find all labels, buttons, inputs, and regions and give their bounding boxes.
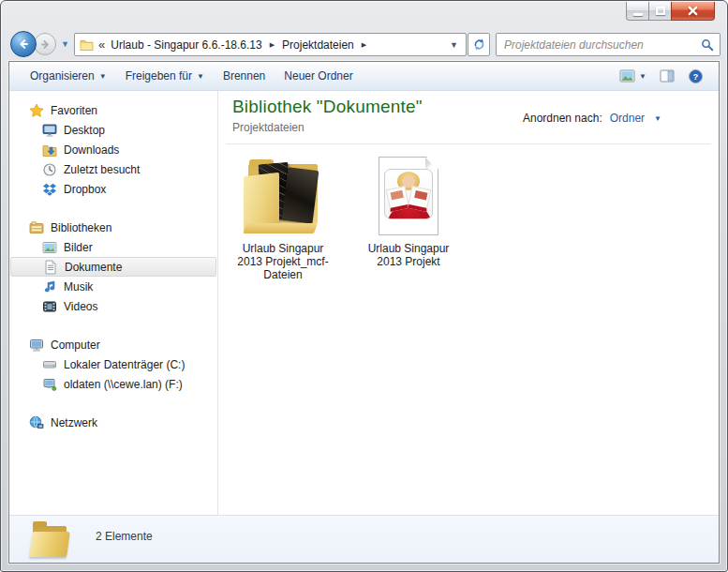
explorer-window: ▼ « Urlaub - Singapur 6.6.-18.6.13 ▶ Pro… [0,0,728,572]
new-folder-button[interactable]: Neuer Ordner [275,65,362,87]
minimize-button[interactable] [626,2,649,21]
details-pane: 2 Elemente [9,515,719,563]
toolbar-right-group: ▼ ? [619,68,709,84]
caption-buttons [627,2,715,21]
forward-button[interactable] [34,33,56,55]
burn-button[interactable]: Brennen [214,65,275,87]
views-icon [619,69,635,83]
maximize-button[interactable] [648,2,672,21]
recent-pages-dropdown[interactable]: ▼ [61,39,69,49]
pictures-icon [42,240,57,255]
desktop-icon [42,123,57,138]
preview-pane-icon [660,69,675,83]
sidebar-section-bibliotheken[interactable]: Bibliotheken [9,218,217,237]
command-bar: Organisieren ▼ Freigeben für ▼ Brennen N… [9,62,719,91]
item-count: 2 Elemente [96,530,153,543]
sidebar-item-desktop[interactable]: Desktop [9,120,217,140]
documents-icon [43,260,58,275]
libraries-icon [29,220,44,235]
network-drive-icon [42,377,57,392]
file-item-folder[interactable]: Urlaub Singapur 2013 Projekt_mcf-Dateien [234,155,332,281]
chevron-down-icon: ▼ [197,72,204,81]
downloads-icon [42,143,57,158]
breadcrumb-overflow-chevron[interactable]: « [98,38,105,52]
file-item-label: Urlaub Singapur 2013 Projekt [360,242,457,268]
forward-arrow-icon [39,38,52,51]
items-view: Bibliothek "Dokumente" Projektdateien An… [218,91,719,515]
search-input[interactable] [497,38,699,52]
organize-button[interactable]: Organisieren ▼ [21,65,116,87]
chevron-down-icon: ▼ [639,72,646,81]
videos-icon [42,299,57,314]
network-icon [29,415,44,430]
arrange-by-label: Anordnen nach: [523,112,602,125]
refresh-button[interactable] [468,33,490,56]
help-button[interactable]: ? [688,68,704,84]
breadcrumb-separator-icon[interactable]: ▶ [264,41,280,49]
computer-icon [29,338,44,353]
file-item-label: Urlaub Singapur 2013 Projekt_mcf-Dateien [234,242,332,281]
back-arrow-icon [17,38,30,51]
help-icon: ? [688,68,704,84]
recent-places-icon [42,162,57,177]
navigation-pane: Favoriten Desktop Downloads [9,91,218,515]
address-row: ▼ « Urlaub - Singapur 6.6.-18.6.13 ▶ Pro… [8,29,720,61]
magnifier-icon[interactable] [699,38,720,52]
sidebar-item-bilder[interactable]: Bilder [9,237,217,257]
change-view-button[interactable]: ▼ [619,69,646,83]
hdd-icon [42,357,57,372]
folder-with-photos-icon [242,155,324,237]
sidebar-item-musik[interactable]: Musik [9,277,217,296]
address-bar[interactable]: « Urlaub - Singapur 6.6.-18.6.13 ▶ Proje… [74,33,467,56]
sidebar-item-dropbox[interactable]: Dropbox [9,179,217,199]
refresh-icon [472,38,486,52]
sidebar-item-zuletzt-besucht[interactable]: Zuletzt besucht [9,159,217,179]
maximize-icon [656,7,665,15]
star-icon [29,103,44,118]
address-dropdown-icon[interactable]: ▼ [450,40,461,50]
sidebar-item-oldaten-network-drive[interactable]: oldaten (\\cewe.lan) (F:) [9,374,217,394]
music-icon [42,279,57,294]
svg-text:?: ? [693,70,699,81]
folder-icon [28,519,71,561]
window-content: Organisieren ▼ Freigeben für ▼ Brennen N… [8,61,720,564]
breadcrumb-separator-icon[interactable]: ▶ [356,41,372,49]
arrange-by-dropdown[interactable]: Ordner [610,112,645,125]
search-box [496,33,721,56]
sidebar-section-netzwerk[interactable]: Netzwerk [9,413,217,432]
sidebar-item-downloads[interactable]: Downloads [9,140,217,159]
sidebar-section-favoriten[interactable]: Favoriten [9,100,217,120]
sidebar-section-computer[interactable]: Computer [9,335,217,354]
sidebar-item-videos[interactable]: Videos [9,296,217,316]
dropbox-icon [42,182,57,197]
close-button[interactable] [671,2,715,21]
chevron-down-icon: ▼ [99,72,107,81]
share-with-button[interactable]: Freigeben für ▼ [116,65,214,87]
minimize-icon [633,13,643,16]
sidebar-item-lokaler-datentraeger-c[interactable]: Lokaler Datenträger (C:) [9,354,217,374]
preview-pane-button[interactable] [660,69,675,83]
breadcrumb-item[interactable]: Urlaub - Singapur 6.6.-18.6.13 [109,38,263,52]
photobook-file-icon [367,155,450,237]
arrange-by-control: Anordnen nach: Ordner ▼ [523,112,661,125]
folder-icon [80,38,94,51]
file-item-project[interactable]: Urlaub Singapur 2013 Projekt [360,155,457,281]
breadcrumb-item[interactable]: Projektdateien [280,38,356,52]
sidebar-item-dokumente[interactable]: Dokumente [10,257,216,277]
back-button[interactable] [10,31,37,57]
close-icon [688,6,698,16]
chevron-down-icon[interactable]: ▼ [654,114,661,123]
